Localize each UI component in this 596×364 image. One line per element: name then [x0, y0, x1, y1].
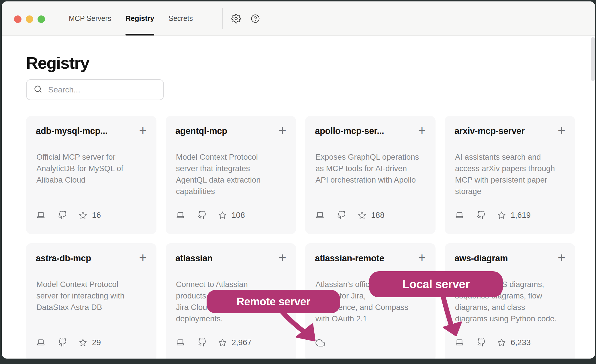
github-icon[interactable]	[198, 211, 206, 219]
server-card-arxiv-mcp-server[interactable]: arxiv-mcp-server + AI assistants search …	[445, 116, 575, 234]
star-icon	[79, 211, 87, 219]
add-server-button[interactable]: +	[555, 126, 565, 134]
server-name: astra-db-mcp	[36, 253, 91, 264]
help-circle-icon	[251, 14, 260, 23]
laptop-icon	[315, 211, 324, 220]
server-card-adb-mysql-mcp[interactable]: adb-mysql-mcp... + Official MCP server f…	[26, 116, 156, 234]
server-description: Model Context Protocol server that integ…	[176, 151, 289, 197]
gear-icon	[231, 14, 241, 23]
github-icon[interactable]	[58, 211, 67, 219]
add-server-button[interactable]: +	[137, 253, 147, 262]
card-footer: 2,967	[176, 338, 252, 347]
tab-secrets[interactable]: Secrets	[168, 1, 193, 35]
star-icon	[358, 211, 366, 219]
star-icon	[497, 211, 506, 219]
server-card-astra-db-mcp[interactable]: astra-db-mcp + Model Context Protocol se…	[26, 243, 156, 359]
github-icon[interactable]	[477, 211, 485, 219]
add-server-button[interactable]: +	[555, 253, 565, 262]
server-name: atlassian	[175, 253, 213, 264]
github-icon[interactable]	[198, 338, 206, 347]
star-icon	[218, 339, 227, 347]
search-input[interactable]	[48, 85, 163, 95]
server-card-aws-diagram[interactable]: aws-diagram + Generate AWS diagrams, seq…	[445, 243, 575, 359]
server-name: atlassian-remote	[315, 253, 384, 264]
add-server-button[interactable]: +	[276, 126, 286, 134]
card-footer: 1,619	[455, 211, 531, 220]
titlebar: MCP Servers Registry Secrets	[2, 1, 595, 36]
add-server-button[interactable]: +	[276, 253, 286, 262]
add-server-button[interactable]: +	[416, 253, 426, 262]
minimize-button[interactable]	[26, 15, 33, 23]
zoom-button[interactable]	[38, 15, 45, 23]
star-icon	[218, 211, 227, 219]
server-description: Generate AWS diagrams, sequence diagrams…	[455, 279, 568, 325]
card-footer: 16	[36, 211, 101, 220]
server-description: AI assistants search and access arXiv pa…	[455, 151, 568, 197]
laptop-icon	[176, 211, 185, 220]
server-card-atlassian-remote[interactable]: atlassian-remote + Atlassian's official …	[305, 243, 436, 359]
star-count: 16	[92, 211, 101, 220]
server-description: Exposes GraphQL operations as MCP tools …	[315, 151, 428, 186]
star-count: 1,619	[511, 211, 531, 220]
tab-mcp-servers[interactable]: MCP Servers	[69, 1, 111, 35]
server-card-apollo-mcp-server[interactable]: apollo-mcp-ser... + Exposes GraphQL oper…	[305, 116, 436, 234]
close-button[interactable]	[14, 15, 21, 23]
settings-button[interactable]	[231, 14, 241, 23]
github-icon[interactable]	[477, 338, 485, 347]
page-title: Registry	[26, 53, 89, 72]
card-footer: 29	[36, 338, 101, 347]
app-window: MCP Servers Registry Secrets Registry	[2, 1, 595, 359]
card-footer: 188	[315, 211, 385, 220]
server-description: Atlassian's official MCP server for Jira…	[315, 279, 428, 325]
star-count: 29	[92, 338, 101, 347]
add-server-button[interactable]: +	[137, 126, 147, 134]
server-description: Official MCP server for AnalyticDB for M…	[36, 151, 149, 186]
window-controls	[14, 15, 45, 23]
search-box	[26, 79, 164, 100]
help-button[interactable]	[251, 14, 260, 23]
server-card-grid: adb-mysql-mcp... + Official MCP server f…	[26, 116, 575, 359]
server-name: apollo-mcp-ser...	[315, 126, 384, 136]
server-description: Model Context Protocol server for intera…	[36, 279, 149, 313]
github-icon[interactable]	[337, 211, 346, 219]
scrollbar-thumb[interactable]	[591, 37, 595, 81]
star-count: 188	[371, 211, 385, 220]
add-server-button[interactable]: +	[416, 126, 426, 134]
titlebar-divider	[222, 8, 223, 29]
server-card-agentql-mcp[interactable]: agentql-mcp + Model Context Protocol ser…	[166, 116, 296, 234]
star-count: 2,967	[232, 338, 252, 347]
server-name: adb-mysql-mcp...	[36, 126, 107, 136]
tab-registry[interactable]: Registry	[126, 1, 154, 35]
star-icon	[79, 339, 87, 347]
card-footer	[315, 338, 325, 348]
server-name: agentql-mcp	[175, 126, 227, 136]
titlebar-actions	[231, 1, 260, 35]
server-card-atlassian[interactable]: atlassian + Connect to Atlassian product…	[166, 243, 296, 359]
search-icon	[34, 85, 42, 95]
laptop-icon	[36, 211, 45, 220]
laptop-icon	[36, 338, 45, 347]
card-footer: 6,233	[455, 338, 531, 347]
laptop-icon	[455, 338, 464, 347]
laptop-icon	[455, 211, 464, 220]
star-count: 6,233	[511, 338, 531, 347]
server-name: aws-diagram	[454, 253, 508, 264]
star-count: 108	[232, 211, 245, 220]
server-name: arxiv-mcp-server	[454, 126, 525, 136]
cloud-icon	[315, 338, 325, 348]
laptop-icon	[176, 338, 185, 347]
titlebar-tabs: MCP Servers Registry Secrets	[69, 1, 193, 35]
github-icon[interactable]	[58, 338, 67, 347]
star-icon	[497, 339, 506, 347]
server-description: Connect to Atlassian products (Confluenc…	[176, 279, 289, 325]
card-footer: 108	[176, 211, 245, 220]
